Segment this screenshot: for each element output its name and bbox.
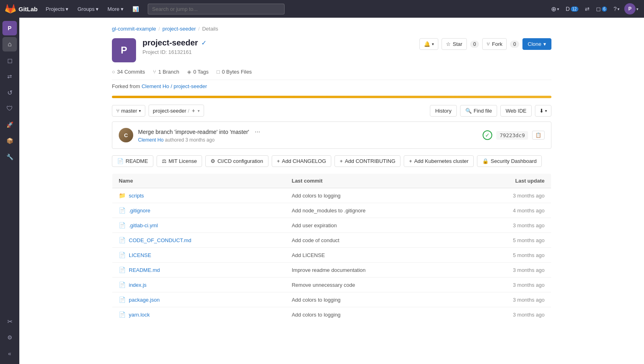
- copy-hash-btn[interactable]: 📋: [532, 131, 545, 140]
- file-name-link[interactable]: 📁 scripts: [119, 192, 279, 199]
- find-file-btn[interactable]: 🔍 Find file: [460, 105, 497, 117]
- sidebar-item-issues[interactable]: ◻: [2, 53, 17, 68]
- commit-message-cell[interactable]: Add user expiration: [292, 222, 337, 228]
- time-ago: 3 months ago: [513, 282, 545, 288]
- shortcut-security-dashboard[interactable]: 🔒 Security Dashboard: [477, 155, 542, 167]
- yellow-banner: [112, 96, 551, 98]
- stat-branches[interactable]: ⑂ 1 Branch: [153, 69, 179, 75]
- user-avatar-btn[interactable]: P ▾: [623, 2, 639, 15]
- sidebar-item-cicd[interactable]: ↺: [2, 85, 17, 100]
- fork-source-link[interactable]: Clement Ho / project-seeder: [142, 83, 207, 89]
- time-ago: 5 months ago: [513, 237, 545, 243]
- merge-requests-btn[interactable]: ⇄: [582, 4, 592, 14]
- path-sep: /: [188, 108, 190, 114]
- file-icon: 📄: [119, 311, 126, 318]
- file-name-link[interactable]: 📄 index.js: [119, 282, 279, 288]
- sidebar-item-settings[interactable]: ⚙: [2, 330, 17, 345]
- sidebar-item-deployments[interactable]: 🚀: [2, 117, 17, 132]
- help-btn[interactable]: ?▾: [611, 4, 622, 14]
- col-last-update: Last update: [461, 174, 551, 188]
- sidebar-item-avatar[interactable]: P: [2, 21, 17, 35]
- file-name-link[interactable]: 📄 LICENSE: [119, 252, 279, 258]
- breadcrumb-sep-1: /: [159, 26, 160, 32]
- gitlab-logo[interactable]: GitLab: [5, 3, 38, 14]
- project-actions: 🔔▾ ☆ Star 0 ⑂ Fork 0 Clone▾: [419, 38, 551, 50]
- commit-options-btn[interactable]: ···: [252, 128, 262, 136]
- clone-label: Clone: [528, 41, 541, 47]
- commit-message-cell[interactable]: Remove unnecessary code: [292, 282, 355, 288]
- file-icon: 📄: [119, 222, 126, 228]
- breadcrumb-project-seeder[interactable]: project-seeder: [162, 26, 196, 32]
- commit-message-cell[interactable]: Add code of conduct: [292, 237, 340, 243]
- file-name-link[interactable]: 📄 package.json: [119, 296, 279, 303]
- notifications-btn[interactable]: D12: [563, 4, 580, 14]
- commit-message-cell[interactable]: Add node_modules to .gitignore: [292, 208, 366, 214]
- commit-message-cell[interactable]: Add colors to logging: [292, 297, 341, 303]
- table-row: 📄 .gitignore Add node_modules to .gitign…: [112, 203, 551, 218]
- tag-label: 0 Tags: [193, 69, 208, 75]
- commit-hash[interactable]: 79223dc9: [496, 131, 528, 140]
- stat-commits[interactable]: ○ 34 Commits: [112, 69, 145, 75]
- sidebar-item-infrastructure[interactable]: 🔧: [2, 150, 17, 164]
- file-name: scripts: [129, 193, 144, 199]
- shortcut-row: 📄 README ⚖ MIT License ⚙ CI/CD configura…: [112, 155, 551, 167]
- commit-author-link[interactable]: Clement Ho: [138, 137, 163, 143]
- path-add-btn[interactable]: +: [191, 107, 196, 114]
- star-btn[interactable]: ☆ Star: [442, 38, 467, 50]
- file-icon: 📄: [119, 237, 126, 243]
- path-name[interactable]: project-seeder: [153, 108, 186, 114]
- file-name-link[interactable]: 📄 .gitlab-ci.yml: [119, 222, 279, 228]
- shortcut-contributing[interactable]: + Add CONTRIBUTING: [334, 155, 400, 167]
- commit-message-cell[interactable]: Add colors to logging: [292, 193, 341, 199]
- commit-message-cell[interactable]: Add colors to logging: [292, 312, 341, 318]
- file-name-link[interactable]: 📄 README.md: [119, 267, 279, 273]
- file-icon: 📄: [119, 296, 126, 303]
- breadcrumb-gl-commit[interactable]: gl-commit-example: [112, 26, 156, 32]
- history-btn[interactable]: History: [430, 105, 456, 117]
- file-name-link[interactable]: 📄 CODE_OF_CONDUCT.md: [119, 237, 279, 243]
- sidebar-collapse-btn[interactable]: «: [2, 346, 17, 361]
- time-ago: 3 months ago: [513, 312, 545, 318]
- notification-btn[interactable]: 🔔▾: [419, 38, 438, 50]
- commit-message-cell[interactable]: Add LICENSE: [292, 252, 325, 258]
- shortcut-license[interactable]: ⚖ MIT License: [157, 155, 202, 167]
- license-icon: ⚖: [162, 158, 167, 164]
- shortcut-changelog[interactable]: + Add CHANGELOG: [272, 155, 331, 167]
- file-name: package.json: [129, 297, 160, 303]
- shortcut-readme[interactable]: 📄 README: [112, 155, 153, 167]
- shortcut-cicd[interactable]: ⚙ CI/CD configuration: [205, 155, 268, 167]
- project-name[interactable]: project-seeder: [142, 38, 198, 47]
- nav-projects-btn[interactable]: Projects▾: [43, 4, 72, 14]
- shortcut-kubernetes[interactable]: + Add Kubernetes cluster: [404, 155, 474, 167]
- fork-btn[interactable]: ⑂ Fork: [482, 38, 507, 50]
- commit-message[interactable]: Merge branch 'improve-readme' into 'mast…: [138, 128, 478, 136]
- sidebar-item-security[interactable]: 🛡: [2, 101, 17, 116]
- download-btn[interactable]: ⬇▾: [535, 105, 551, 117]
- file-name: CODE_OF_CONDUCT.md: [129, 237, 191, 243]
- nav-search: [148, 4, 285, 14]
- user-avatar: P: [624, 3, 636, 14]
- create-btn[interactable]: ⊕▾: [549, 4, 561, 14]
- nav-groups-btn[interactable]: Groups▾: [74, 4, 102, 14]
- commit-message-cell[interactable]: Improve readme documentation: [292, 267, 366, 273]
- commit-meta: Clement Ho authored 3 months ago: [138, 137, 478, 143]
- sidebar-item-merge-requests[interactable]: ⇄: [2, 69, 17, 84]
- project-id: Project ID: 16132161: [142, 49, 413, 55]
- file-name-link[interactable]: 📄 yarn.lock: [119, 311, 279, 318]
- sidebar-item-packages[interactable]: 📦: [2, 134, 17, 148]
- file-name-link[interactable]: 📄 .gitignore: [119, 207, 279, 214]
- search-input[interactable]: [148, 4, 285, 14]
- issues-btn[interactable]: ◻6: [594, 4, 610, 14]
- sidebar-item-snippets[interactable]: ✂: [2, 314, 17, 329]
- web-ide-btn[interactable]: Web IDE: [500, 105, 532, 117]
- time-ago: 3 months ago: [513, 222, 545, 228]
- clone-btn[interactable]: Clone▾: [522, 38, 551, 50]
- sidebar-item-home[interactable]: ⌂: [2, 37, 17, 51]
- nav-more-btn[interactable]: More▾: [104, 4, 127, 14]
- nav-activity-btn[interactable]: 📊: [129, 4, 142, 14]
- commits-icon: ○: [112, 69, 115, 75]
- folder-icon: 📁: [119, 192, 126, 199]
- table-row: 📄 package.json Add colors to logging 3 m…: [112, 292, 551, 307]
- stat-tags[interactable]: ◈ 0 Tags: [187, 69, 208, 75]
- branch-select[interactable]: ⑂ master ▾: [112, 105, 145, 117]
